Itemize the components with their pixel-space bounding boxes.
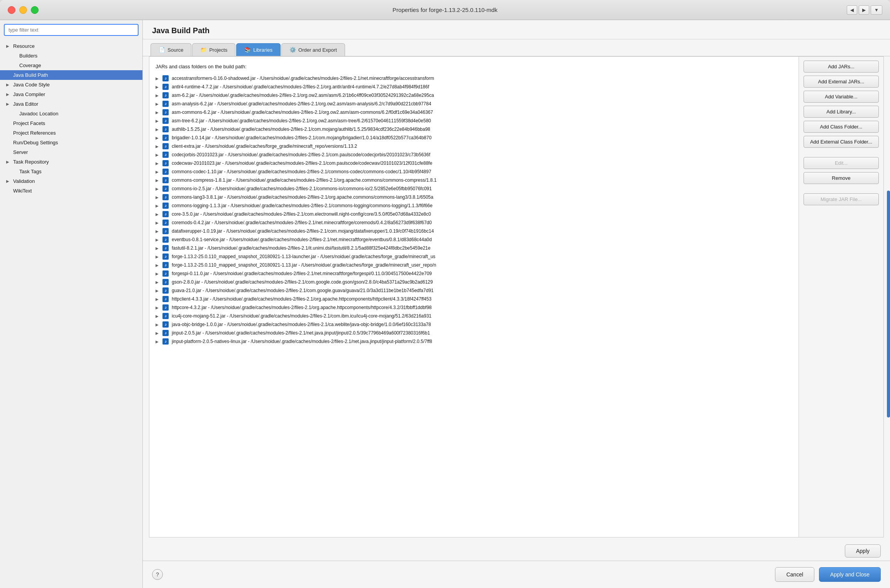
sidebar-item-java-code-style[interactable]: ▶ Java Code Style — [0, 80, 142, 90]
jar-list-item[interactable]: ▶ J brigadier-1.0.14.jar - /Users/noidue… — [149, 133, 799, 142]
jar-list-item[interactable]: ▶ J httpclient-4.3.3.jar - /Users/noidue… — [149, 295, 799, 303]
add-jars-button[interactable]: Add JARs... — [804, 61, 879, 73]
jar-expand-arrow: ▶ — [156, 161, 162, 166]
minimize-button[interactable] — [19, 6, 27, 14]
sidebar-item-java-editor[interactable]: ▶ Java Editor — [0, 99, 142, 109]
tab-libraries[interactable]: 📚 Libraries — [236, 43, 281, 56]
jar-list-item[interactable]: ▶ J forgespi-0.11.0.jar - /Users/noidue/… — [149, 269, 799, 278]
jar-list-item[interactable]: ▶ J core-3.5.0.jar - /Users/noidue/.grad… — [149, 210, 799, 218]
jar-list-item[interactable]: ▶ J guava-21.0.jar - /Users/noidue/.grad… — [149, 286, 799, 295]
jar-list-item[interactable]: ▶ J accesstransformers-0.16.0-shadowed.j… — [149, 74, 799, 83]
add-external-class-folder-button[interactable]: Add External Class Folder... — [804, 136, 879, 148]
jar-name-label: forgespi-0.11.0.jar - /Users/noidue/.gra… — [172, 271, 795, 276]
maximize-button[interactable] — [31, 6, 39, 14]
jar-file-icon: J — [162, 338, 169, 345]
sidebar-item-java-build-path[interactable]: Java Build Path — [0, 70, 142, 80]
sidebar-item-task-tags[interactable]: Task Tags — [0, 167, 142, 176]
nav-forward-button[interactable]: ▶ — [859, 5, 869, 15]
jar-list-item[interactable]: ▶ J datafixerupper-1.0.19.jar - /Users/n… — [149, 227, 799, 235]
apply-button[interactable]: Apply — [845, 544, 881, 558]
close-button[interactable] — [8, 6, 15, 14]
jar-list-item[interactable]: ▶ J httpcore-4.3.2.jar - /Users/noidue/.… — [149, 303, 799, 312]
jar-list-item[interactable]: ▶ J commons-io-2.5.jar - /Users/noidue/.… — [149, 184, 799, 193]
titlebar: Properties for forge-1.13.2-25.0.110-mdk… — [0, 0, 890, 20]
jar-list-item[interactable]: ▶ J jinput-platform-2.0.5-natives-linux.… — [149, 337, 799, 346]
jar-file-icon: J — [162, 203, 169, 209]
jar-list-item[interactable]: ▶ J jinput-2.0.5.jar - /Users/noidue/.gr… — [149, 329, 799, 337]
jar-name-label: guava-21.0.jar - /Users/noidue/.gradle/c… — [172, 288, 795, 293]
jar-list-item[interactable]: ▶ J asm-tree-6.2.jar - /Users/noidue/.gr… — [149, 117, 799, 125]
jar-list-item[interactable]: ▶ J icu4j-core-mojang-51.2.jar - /Users/… — [149, 312, 799, 320]
sidebar-item-label: Javadoc Location — [19, 111, 58, 117]
jar-list-item[interactable]: ▶ J fastutil-8.2.1.jar - /Users/noidue/.… — [149, 244, 799, 252]
cancel-button[interactable]: Cancel — [775, 567, 814, 582]
jar-icon: J — [162, 152, 169, 158]
jar-list-item[interactable]: ▶ J commons-logging-1.1.3.jar - /Users/n… — [149, 201, 799, 210]
jar-expand-arrow: ▶ — [156, 255, 162, 259]
jar-name-label: asm-analysis-6.2.jar - /Users/noidue/.gr… — [172, 101, 795, 106]
migrate-jar-button[interactable]: Migrate JAR File... — [804, 193, 879, 205]
jar-list-item[interactable]: ▶ J commons-codec-1.10.jar - /Users/noid… — [149, 167, 799, 176]
tab-source[interactable]: 📄 Source — [151, 43, 191, 56]
help-button[interactable]: ? — [152, 569, 163, 580]
sidebar-item-server[interactable]: Server — [0, 147, 142, 157]
jar-name-label: coremods-0.4.2.jar - /Users/noidue/.grad… — [172, 220, 795, 225]
sidebar-item-project-facets[interactable]: Project Facets — [0, 118, 142, 128]
jar-list-item[interactable]: ▶ J coremods-0.4.2.jar - /Users/noidue/.… — [149, 218, 799, 227]
nav-dropdown-button[interactable]: ▼ — [871, 5, 882, 15]
jar-name-label: commons-logging-1.1.3.jar - /Users/noidu… — [172, 203, 795, 208]
window-title: Properties for forge-1.13.2-25.0.110-mdk — [393, 7, 497, 13]
jar-name-label: httpclient-4.3.3.jar - /Users/noidue/.gr… — [172, 296, 795, 302]
jar-items-container: ▶ J accesstransformers-0.16.0-shadowed.j… — [149, 74, 799, 346]
sidebar-item-coverage[interactable]: Coverage — [0, 61, 142, 70]
apply-close-button[interactable]: Apply and Close — [819, 567, 881, 582]
remove-button[interactable]: Remove — [804, 172, 879, 184]
jar-icon: J — [162, 203, 169, 209]
sidebar-item-resource[interactable]: ▶ Resource — [0, 41, 142, 51]
jar-list-item[interactable]: ▶ J eventbus-0.8.1-service.jar - /Users/… — [149, 235, 799, 244]
add-variable-button[interactable]: Add Variable... — [804, 91, 879, 103]
jar-icon: J — [162, 101, 169, 107]
jar-list-item[interactable]: ▶ J asm-analysis-6.2.jar - /Users/noidue… — [149, 100, 799, 108]
jar-list-item[interactable]: ▶ J client-extra.jar - /Users/noidue/.gr… — [149, 142, 799, 150]
sidebar-item-label: Resource — [13, 43, 35, 49]
jar-list-item[interactable]: ▶ J antlr4-runtime-4.7.2.jar - /Users/no… — [149, 83, 799, 91]
filter-input[interactable] — [4, 24, 139, 36]
jar-list-item[interactable]: ▶ J asm-commons-6.2.jar - /Users/noidue/… — [149, 108, 799, 117]
sidebar-item-builders[interactable]: Builders — [0, 51, 142, 61]
jar-name-label: jinput-2.0.5.jar - /Users/noidue/.gradle… — [172, 330, 795, 336]
jar-list-item[interactable]: ▶ J java-objc-bridge-1.0.0.jar - /Users/… — [149, 320, 799, 329]
jar-name-label: forge-1.13.2-25.0.110_mapped_snapshot_20… — [172, 254, 795, 259]
jar-file-icon: J — [162, 109, 169, 115]
add-external-jars-button[interactable]: Add External JARs... — [804, 76, 879, 88]
jar-list-item[interactable]: ▶ J codecjorbis-20101023.jar - /Users/no… — [149, 150, 799, 159]
jar-list-item[interactable]: ▶ J forge-1.13.2-25.0.110_mapped_snapsho… — [149, 252, 799, 261]
jar-icon: J — [162, 118, 169, 124]
tab-order-export[interactable]: ⚙️ Order and Export — [281, 43, 345, 56]
jar-list-item[interactable]: ▶ J authlib-1.5.25.jar - /Users/noidue/.… — [149, 125, 799, 133]
jar-list-item[interactable]: ▶ J commons-compress-1.8.1.jar - /Users/… — [149, 176, 799, 184]
tab-projects[interactable]: 📁 Projects — [192, 43, 235, 56]
arrow-icon: ▶ — [6, 92, 11, 96]
jar-list-item[interactable]: ▶ J gson-2.8.0.jar - /Users/noidue/.grad… — [149, 278, 799, 286]
jar-icon: J — [162, 75, 169, 81]
edit-button[interactable]: Edit... — [804, 157, 879, 169]
sidebar-item-task-repository[interactable]: ▶ Task Repository — [0, 157, 142, 167]
jar-list-item[interactable]: ▶ J asm-6.2.jar - /Users/noidue/.gradle/… — [149, 91, 799, 100]
add-class-folder-button[interactable]: Add Class Folder... — [804, 121, 879, 133]
sidebar-item-project-references[interactable]: Project References — [0, 128, 142, 138]
jar-list-item[interactable]: ▶ J forge-1.13.2-25.0.110_mapped_snapsho… — [149, 261, 799, 269]
jar-list-item[interactable]: ▶ J codecwav-20101023.jar - /Users/noidu… — [149, 159, 799, 167]
sidebar-item-java-compiler[interactable]: ▶ Java Compiler — [0, 90, 142, 99]
add-library-button[interactable]: Add Library... — [804, 106, 879, 118]
separator — [804, 151, 879, 154]
jar-list-item[interactable]: ▶ J commons-lang3-3.8.1.jar - /Users/noi… — [149, 193, 799, 201]
sidebar-item-run-debug-settings[interactable]: Run/Debug Settings — [0, 138, 142, 147]
jar-expand-arrow: ▶ — [156, 331, 162, 335]
sidebar-item-javadoc-location[interactable]: Javadoc Location — [0, 109, 142, 118]
jar-icon: J — [162, 330, 169, 336]
sidebar-item-wikitext[interactable]: WikiText — [0, 186, 142, 196]
jar-expand-arrow: ▶ — [156, 178, 162, 182]
sidebar-item-validation[interactable]: ▶ Validation — [0, 176, 142, 186]
nav-back-button[interactable]: ◀ — [847, 5, 857, 15]
